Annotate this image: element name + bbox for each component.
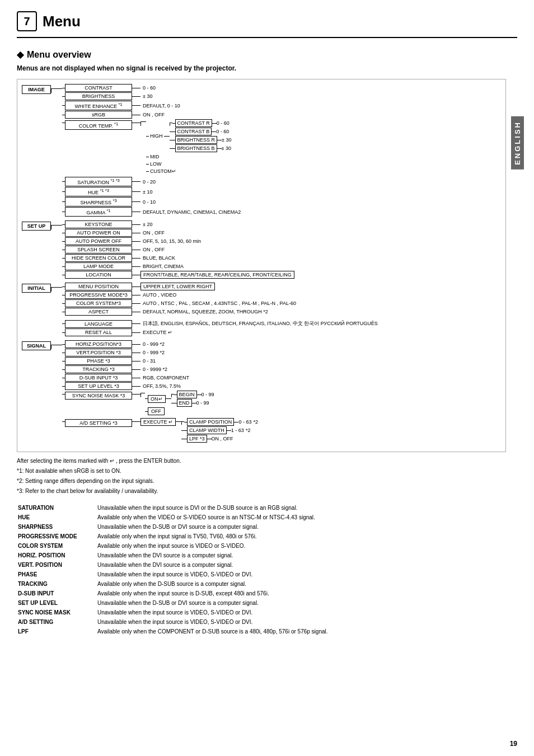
avail-item: HUE bbox=[18, 513, 96, 522]
initial-group: INITIAL MENU POSITION UPPER LEFT, LOWER … bbox=[22, 283, 501, 337]
enter-note: After selecting the items marked with ↵ … bbox=[17, 457, 517, 466]
avail-desc: Unavailable when the D-SUB or DVI source… bbox=[97, 599, 516, 607]
avail-row: SHARPNESSUnavailable when the D-SUB or D… bbox=[18, 523, 516, 531]
signal-group: SIGNAL HORIZ.POSITION*3 0 - 999 *2 VERT.… bbox=[22, 340, 501, 444]
avail-row: PHASEUnavailable when the input source i… bbox=[18, 570, 516, 579]
avail-row: D-SUB INPUTAvailable only when the input… bbox=[18, 589, 516, 598]
note1: *1: Not available when sRGB is set to ON… bbox=[17, 467, 517, 476]
page-header: 7 Menu bbox=[17, 11, 517, 38]
image-items: CONTRAST 0 - 60 BRIGHTNESS ± 30 WHITE EN… bbox=[62, 84, 501, 217]
page-title: Menu bbox=[43, 13, 81, 30]
avail-row: TRACKINGAvailable only when the D-SUB so… bbox=[18, 580, 516, 588]
avail-item: D-SUB INPUT bbox=[18, 589, 96, 598]
image-label: IMAGE bbox=[22, 85, 51, 94]
section-title: Menu overview bbox=[17, 49, 517, 60]
avail-desc: Unavailable when the DVI source is a com… bbox=[97, 551, 516, 560]
avail-item: COLOR SYSTEM bbox=[18, 542, 96, 550]
avail-desc: Unavailable when the input source is DVI… bbox=[97, 504, 516, 512]
avail-row: LPFAvailable only when the COMPONENT or … bbox=[18, 627, 516, 636]
avail-item: PHASE bbox=[18, 570, 96, 579]
availability-table: SATURATIONUnavailable when the input sou… bbox=[17, 503, 517, 637]
avail-item: TRACKING bbox=[18, 580, 96, 588]
signal-label: SIGNAL bbox=[22, 341, 51, 350]
avail-item: VERT. POSITION bbox=[18, 561, 96, 569]
avail-item: HORIZ. POSITION bbox=[18, 551, 96, 560]
english-tab: ENGLISH bbox=[511, 116, 524, 170]
avail-item: PROGRESSIVE MODE bbox=[18, 532, 96, 541]
subtitle: Menus are not displayed when no signal i… bbox=[17, 64, 517, 72]
note2: *2: Setting range differs depending on t… bbox=[17, 477, 517, 486]
chapter-box: 7 bbox=[17, 11, 37, 31]
setup-label: SET UP bbox=[22, 222, 51, 231]
diagram-area: IMAGE CONTRAST 0 - 60 BRIGHTNESS ± 30 bbox=[17, 79, 506, 452]
avail-row: VERT. POSITIONUnavailable when the DVI s… bbox=[18, 561, 516, 569]
avail-desc: Unavailable when the input source is VID… bbox=[97, 618, 516, 626]
avail-desc: Available only when the VIDEO or S-VIDEO… bbox=[97, 513, 516, 522]
avail-desc: Available only when the D-SUB source is … bbox=[97, 580, 516, 588]
avail-row: COLOR SYSTEMAvailable only when the inpu… bbox=[18, 542, 516, 550]
avail-item: SYNC NOISE MASK bbox=[18, 608, 96, 617]
avail-desc: Available only when the input signal is … bbox=[97, 532, 516, 541]
avail-desc: Unavailable when the DVI source is a com… bbox=[97, 561, 516, 569]
avail-row: SET UP LEVELUnavailable when the D-SUB o… bbox=[18, 599, 516, 607]
avail-item: LPF bbox=[18, 627, 96, 636]
avail-item: SET UP LEVEL bbox=[18, 599, 96, 607]
avail-row: HUEAvailable only when the VIDEO or S-VI… bbox=[18, 513, 516, 522]
avail-row: PROGRESSIVE MODEAvailable only when the … bbox=[18, 532, 516, 541]
page-number: 19 bbox=[510, 740, 517, 748]
initial-label: INITIAL bbox=[22, 284, 51, 293]
avail-row: SYNC NOISE MASKUnavailable when the inpu… bbox=[18, 608, 516, 617]
avail-desc: Unavailable when the input source is VID… bbox=[97, 608, 516, 617]
avail-desc: Available only when the COMPONENT or D-S… bbox=[97, 627, 516, 636]
avail-desc: Unavailable when the input source is VID… bbox=[97, 570, 516, 579]
avail-item: SATURATION bbox=[18, 504, 96, 512]
avail-item: A/D SETTING bbox=[18, 618, 96, 626]
avail-desc: Unavailable when the D-SUB or DVI source… bbox=[97, 523, 516, 531]
avail-desc: Available only when the input source is … bbox=[97, 589, 516, 598]
avail-row: A/D SETTINGUnavailable when the input so… bbox=[18, 618, 516, 626]
image-group: IMAGE CONTRAST 0 - 60 BRIGHTNESS ± 30 bbox=[22, 84, 501, 217]
avail-row: HORIZ. POSITIONUnavailable when the DVI … bbox=[18, 551, 516, 560]
avail-desc: Available only when the input source is … bbox=[97, 542, 516, 550]
avail-item: SHARPNESS bbox=[18, 523, 96, 531]
setup-group: SET UP KEYSTONE ± 20 AUTO POWER ON ON , … bbox=[22, 220, 501, 279]
note3: *3: Refer to the chart below for availab… bbox=[17, 487, 517, 496]
notes-area: After selecting the items marked with ↵ … bbox=[17, 457, 517, 496]
avail-row: SATURATIONUnavailable when the input sou… bbox=[18, 504, 516, 512]
